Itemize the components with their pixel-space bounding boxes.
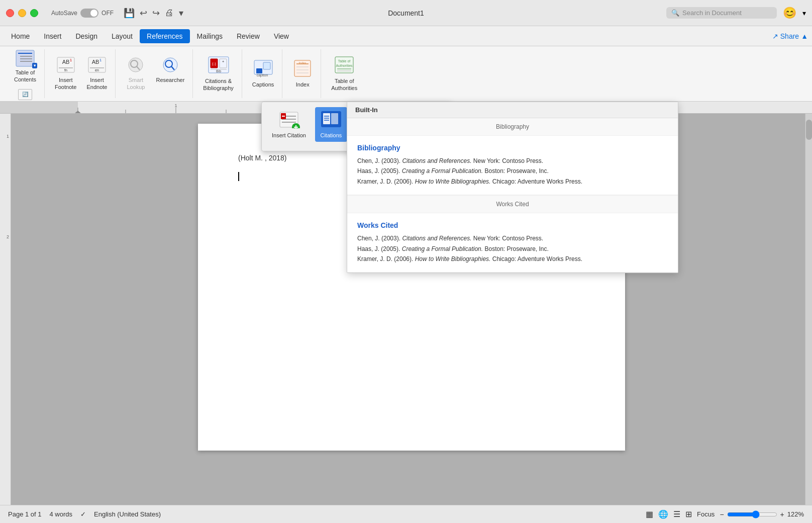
works-ref-1: Chen, J. (2003). Citations and Reference… [357,233,668,243]
language[interactable]: English (United States) [94,510,161,518]
bib-ref-2: Haas, J. (2005). Creating a Formal Publi… [357,166,668,176]
insert-endnote-button[interactable]: AB 1 en InsertEndnote [82,55,111,92]
citations-active-svg [320,110,342,128]
menu-insert[interactable]: Insert [37,29,68,43]
citations-active-button[interactable]: Citations [315,107,347,142]
menu-review[interactable]: Review [230,29,267,43]
researcher-icon [161,57,179,75]
save-icon[interactable]: 💾 [124,8,135,19]
works-cited-item-title: Works Cited [357,221,668,229]
right-scrollbar[interactable] [805,114,812,505]
builtin-section-header: Built-In [347,102,678,118]
captions-button[interactable]: caption Captions [248,57,278,90]
text-cursor [238,172,239,181]
undo-icon[interactable]: ↩ [140,8,147,19]
captions-icon: caption [253,59,273,79]
update-toc-button[interactable]: 🔄 [18,89,32,100]
svg-text:1: 1 [70,58,72,62]
statusbar: Page 1 of 1 4 words ✓ English (United St… [0,505,812,523]
smart-lookup-button[interactable]: SmartLookup [122,55,150,92]
insert-footnote-button[interactable]: AB 1 fn InsertFootnote [51,55,80,92]
footnote-svg: AB 1 fn [57,57,75,73]
insert-citation-label: Insert Citation [272,132,306,139]
menu-references[interactable]: References [140,29,190,43]
share-button[interactable]: ↗ Share ▲ [772,32,808,40]
toc-ribbon-group: ▾ Table ofContents 🔄 [6,49,45,98]
works-cited-item[interactable]: Works Cited Chen, J. (2003). Citations a… [347,213,678,273]
scroll-thumb[interactable] [806,120,812,140]
insert-citation-button[interactable]: Insert Citation [267,107,311,142]
autosave-toggle[interactable] [80,9,98,18]
zoom-slider[interactable] [727,510,777,518]
citations-bibliography-button[interactable]: (-) + Bib Citations &Bibliography [199,54,238,93]
menu-design[interactable]: Design [68,29,105,43]
share-label: Share [780,32,799,40]
chevron-down-icon[interactable]: ▾ [802,9,806,17]
menu-mailings[interactable]: Mailings [190,29,230,43]
authorities-icon: Table of Authorities [334,56,354,76]
more-icon[interactable]: ▾ [179,8,183,19]
zoom-out-icon[interactable]: − [720,510,724,518]
svg-text:(-): (-) [212,61,216,66]
index-button[interactable]: Index Index [288,57,317,90]
maximize-button[interactable] [30,9,38,17]
authorities-label: Table ofAuthorities [331,78,357,91]
insert-citation-icon [278,110,300,130]
svg-rect-30 [263,62,270,69]
toc-label: Table ofContents [14,69,36,82]
outline-icon[interactable]: ☰ [673,509,680,519]
zoom-in-icon[interactable]: + [780,510,784,518]
captions-svg: caption [253,59,273,77]
works-cited-item-content: Chen, J. (2003). Citations and Reference… [357,233,668,264]
close-button[interactable] [6,9,14,17]
menu-right: ↗ Share ▲ [772,32,808,40]
ruler-mark-1: 1 [7,134,9,139]
focus-label[interactable]: Focus [697,510,715,518]
svg-text:Table of: Table of [338,59,351,63]
researcher-svg [161,57,179,73]
captions-label: Captions [252,81,274,88]
ribbon: ▾ Table ofContents 🔄 AB 1 fn Inse [0,46,812,102]
search-placeholder: Search in Document [682,9,742,17]
search-bar[interactable]: 🔍 Search in Document [666,7,777,19]
profile-icon[interactable]: 😊 [783,7,796,20]
captions-ribbon-group: caption Captions [244,49,282,98]
bib-ref-3: Kramer, J. D. (2006). How to Write Bibli… [357,177,668,187]
index-icon: Index [293,59,312,79]
bibliography-item[interactable]: Bibliography Chen, J. (2003). Citations … [347,136,678,195]
svg-text:AB: AB [92,59,99,65]
svg-rect-0 [16,50,34,66]
read-mode-icon[interactable]: ⊞ [685,509,692,519]
layout-icon[interactable]: ▦ [646,509,653,519]
web-icon[interactable]: 🌐 [658,509,668,519]
svg-text:1: 1 [174,103,177,108]
bib-preview-text: Bibliography [496,123,529,130]
endnote-svg: AB 1 en [88,57,106,73]
svg-text:1: 1 [99,58,102,62]
table-of-authorities-button[interactable]: Table of Authorities Table ofAuthorities [327,54,361,93]
minimize-button[interactable] [18,9,26,17]
menu-layout[interactable]: Layout [105,29,140,43]
table-of-contents-button[interactable]: ▾ Table ofContents [10,47,40,84]
authorities-svg: Table of Authorities [334,56,354,74]
print-icon[interactable]: 🖨 [165,8,174,18]
window-controls: AutoSave OFF 💾 ↩ ↪ 🖨 ▾ [6,8,183,19]
citations-bibliography-label: Citations &Bibliography [203,78,234,91]
autosave-state: OFF [102,10,114,17]
menu-view[interactable]: View [267,29,296,43]
index-label: Index [296,81,310,88]
researcher-button[interactable]: Researcher [152,55,188,92]
spelling-icon[interactable]: ✓ [80,510,86,518]
citations-bibliography-icon: (-) + Bib [208,56,230,76]
works-cited-preview-label: Works Cited [347,195,678,213]
statusbar-right: ▦ 🌐 ☰ ⊞ Focus − + 122% [646,509,804,519]
redo-icon[interactable]: ↪ [152,8,160,19]
menu-home[interactable]: Home [4,29,37,43]
citations-ribbon-group: (-) + Bib Citations &Bibliography [195,49,242,98]
svg-text:Bib: Bib [216,69,221,73]
insert-citation-svg [278,110,300,128]
share-icon: ↗ [772,32,778,40]
toc-dropdown-arrow: ▾ [32,63,37,68]
menubar: Home Insert Design Layout References Mai… [0,26,812,46]
traffic-lights [6,9,38,17]
